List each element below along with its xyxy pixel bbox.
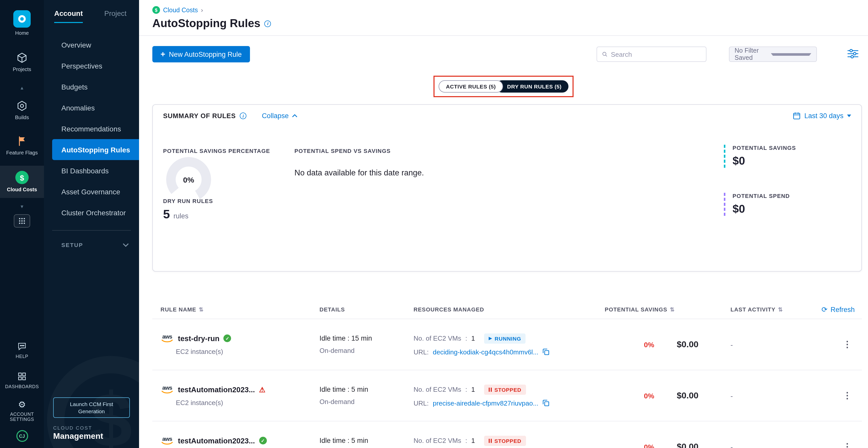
- sidebar-item-overview[interactable]: Overview: [44, 34, 139, 55]
- rule-name-link[interactable]: testAutomation2023...: [178, 385, 255, 393]
- tab-dry-run-rules[interactable]: DRY RUN RULES (5): [496, 80, 568, 93]
- no-data-message: No data available for this date range.: [294, 168, 424, 177]
- rail-item-dashboards[interactable]: DASHBOARDS: [0, 368, 44, 392]
- idle-time: Idle time : 5 min: [319, 386, 413, 393]
- ccm-sidebar: Account Project Overview Perspectives Bu…: [44, 0, 139, 448]
- vm-count-label: No. of EC2 VMs: [413, 437, 461, 444]
- new-autostopping-rule-button[interactable]: + New AutoStopping Rule: [152, 46, 250, 62]
- sidebar-item-anomalies[interactable]: Anomalies: [44, 97, 139, 118]
- title-info-icon[interactable]: i: [265, 20, 271, 27]
- dry-run-rules-label: DRY RUN RULES: [163, 198, 213, 204]
- rule-name-link[interactable]: testAutomation2023...: [178, 437, 255, 445]
- rail-item-cloud-costs[interactable]: $ Cloud Costs: [0, 170, 44, 193]
- rail-label-help: HELP: [16, 354, 28, 359]
- setup-section-toggle[interactable]: SETUP: [44, 231, 139, 248]
- savings-percentage-label: POTENTIAL SAVINGS PERCENTAGE: [163, 148, 270, 154]
- projects-icon: [16, 51, 28, 64]
- new-rule-button-label: New AutoStopping Rule: [169, 50, 242, 58]
- rail-item-account-settings[interactable]: ⚙ ACCOUNT SETTINGS: [0, 397, 44, 425]
- collapse-toggle[interactable]: Collapse: [262, 112, 297, 120]
- summary-title: SUMMARY OF RULES: [163, 112, 236, 120]
- search-icon: [602, 51, 607, 58]
- saved-filter-dropdown[interactable]: No Filter Saved: [729, 47, 817, 62]
- dashboards-icon: [17, 371, 27, 382]
- savings-amount: $0.00: [677, 339, 699, 350]
- rail-label-feature-flags: Feature Flags: [6, 150, 38, 155]
- sidebar-item-bi-dashboards[interactable]: BI Dashboards: [44, 160, 139, 181]
- tab-project[interactable]: Project: [104, 9, 126, 23]
- rule-url-link[interactable]: precise-airedale-cfpmv827riuvpao...: [433, 399, 538, 407]
- summary-info-icon[interactable]: i: [240, 113, 246, 119]
- help-chat-icon: [17, 341, 27, 351]
- row-menu-kebab-icon[interactable]: ⋮: [843, 339, 851, 350]
- rail-item-help[interactable]: HELP: [0, 338, 44, 362]
- sort-icon[interactable]: ⇅: [670, 306, 675, 313]
- rail-item-feature-flags[interactable]: Feature Flags: [0, 132, 44, 158]
- rail-label-account-settings: ACCOUNT SETTINGS: [6, 412, 38, 422]
- summary-of-rules-card: SUMMARY OF RULES i Collapse Last 30 days…: [152, 104, 862, 272]
- sidebar-item-asset-governance[interactable]: Asset Governance: [44, 181, 139, 202]
- row-menu-kebab-icon[interactable]: ⋮: [843, 441, 851, 448]
- col-last-activity: LAST ACTIVITY⇅: [731, 306, 833, 313]
- savings-percentage: 0%: [644, 391, 654, 400]
- rail-item-home[interactable]: Home: [0, 0, 44, 39]
- builds-icon: [16, 100, 28, 112]
- gear-icon: ⚙: [18, 400, 26, 409]
- sidebar-item-autostopping-rules[interactable]: AutoStopping Rules: [52, 139, 139, 160]
- scroll-up-icon[interactable]: ▲: [20, 83, 24, 93]
- savings-amount: $0.00: [677, 442, 699, 448]
- user-avatar[interactable]: CJ: [16, 430, 28, 442]
- potential-spend-total: POTENTIAL SPEND $0: [724, 193, 862, 216]
- harness-logo-icon: [13, 10, 31, 28]
- launch-ccm-first-gen-button[interactable]: Launch CCM First Generation: [53, 397, 130, 418]
- rule-resource-type: EC2 instance(s): [160, 348, 319, 355]
- status-badge: STOPPED: [484, 436, 526, 446]
- idle-time: Idle time : 15 min: [319, 334, 413, 342]
- pause-icon: [489, 439, 492, 443]
- last-activity: -: [731, 391, 833, 400]
- rail-item-builds[interactable]: Builds: [0, 97, 44, 123]
- sidebar-item-perspectives[interactable]: Perspectives: [44, 55, 139, 76]
- potential-savings-value: $0: [733, 154, 862, 168]
- rule-mode-toggle-row: ACTIVE RULES (5) DRY RUN RULES (5): [139, 76, 868, 97]
- rail-label-cloud-costs: Cloud Costs: [7, 187, 37, 192]
- filter-panel-button[interactable]: [846, 48, 859, 61]
- sidebar-item-recommendations[interactable]: Recommendations: [44, 118, 139, 139]
- setup-label: SETUP: [61, 242, 83, 248]
- table-header: RULE NAME⇅ DETAILS RESOURCES MANAGED POT…: [152, 300, 862, 319]
- date-range-dropdown[interactable]: Last 30 days: [793, 112, 851, 120]
- vm-count: 1: [471, 334, 475, 342]
- refresh-button[interactable]: ⟳ Refresh: [822, 305, 855, 313]
- date-range-value: Last 30 days: [804, 112, 843, 120]
- breadcrumb-cloud-costs-link[interactable]: Cloud Costs: [163, 6, 198, 13]
- copy-url-button[interactable]: [542, 348, 550, 355]
- search-field: [596, 47, 707, 62]
- sidebar-menu: Overview Perspectives Budgets Anomalies …: [44, 34, 139, 223]
- row-menu-kebab-icon[interactable]: ⋮: [843, 390, 851, 401]
- tab-account[interactable]: Account: [54, 9, 83, 23]
- copy-icon: [542, 348, 550, 355]
- copy-url-button[interactable]: [542, 399, 550, 407]
- col-potential-savings: POTENTIAL SAVINGS⇅: [605, 306, 731, 313]
- status-badge: ▶ RUNNING: [484, 333, 526, 344]
- rule-name-link[interactable]: test-dry-run: [178, 334, 220, 342]
- potential-savings-label: POTENTIAL SAVINGS: [733, 145, 862, 151]
- rail-label-dashboards: DASHBOARDS: [5, 384, 39, 389]
- rail-item-projects[interactable]: Projects: [0, 48, 44, 75]
- module-grid-button[interactable]: [14, 214, 30, 227]
- tab-active-rules[interactable]: ACTIVE RULES (5): [439, 80, 503, 93]
- scroll-down-icon[interactable]: ▼: [20, 202, 24, 211]
- rule-url-link[interactable]: deciding-kodiak-cg4qcs4h0mmv6l...: [433, 348, 538, 356]
- table-row: aws testAutomation2023... ✓ EC2 instance…: [152, 421, 862, 448]
- plus-icon: +: [160, 50, 165, 58]
- sort-icon[interactable]: ⇅: [778, 306, 783, 313]
- sidebar-item-budgets[interactable]: Budgets: [44, 76, 139, 97]
- sidebar-item-cluster-orchestrator[interactable]: Cluster Orchestrator: [44, 202, 139, 223]
- url-label: URL:: [413, 399, 429, 407]
- sort-icon[interactable]: ⇅: [199, 306, 204, 313]
- col-rule-name: RULE NAME⇅: [152, 306, 319, 313]
- vm-count-label: No. of EC2 VMs: [413, 334, 461, 342]
- page-header: $ Cloud Costs › AutoStopping Rules i: [139, 0, 868, 36]
- search-input[interactable]: [611, 50, 701, 58]
- chevron-up-icon: [291, 114, 297, 118]
